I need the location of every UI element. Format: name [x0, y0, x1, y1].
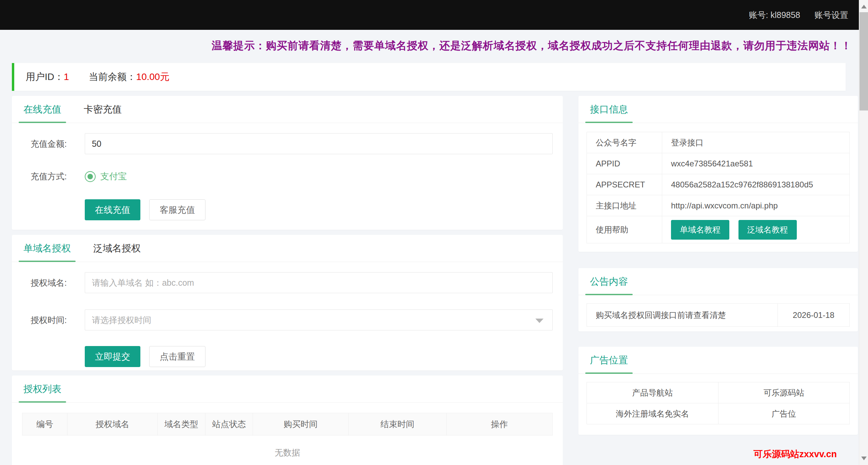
api-row-label: 主接口地址 — [587, 195, 662, 216]
tab-api-info: 接口信息 — [589, 96, 629, 123]
active-tab-underline — [19, 261, 76, 262]
auth-list-table: 编号 授权域名 域名类型 站点状态 购买时间 结束时间 操作 — [22, 413, 553, 436]
empty-table-text: 无数据 — [22, 447, 553, 458]
auth-time-label: 授权时间: — [31, 315, 85, 326]
active-tab-underline — [585, 372, 633, 374]
api-row-value: http://api.wxcvcom.cn/api.php — [662, 195, 850, 216]
recharge-amount-input[interactable] — [85, 133, 553, 154]
service-recharge-button[interactable]: 客服充值 — [149, 199, 205, 220]
ad-link[interactable]: 广告位 — [718, 403, 850, 424]
ads-card: 广告位置 产品导航站 可乐源码站 海外注册域名免实名 广告位 — [578, 347, 858, 435]
topbar: 账号: kl89858 账号设置 — [0, 0, 868, 30]
table-row: APPID wxc4e73856421ae581 — [587, 153, 850, 174]
recharge-card: 在线充值 卡密充值 充值金额: 充值方式: 支付宝 — [12, 96, 563, 230]
auth-time-placeholder: 请选择授权时间 — [92, 315, 151, 326]
col-header-id: 编号 — [22, 413, 67, 436]
auth-domain-input[interactable] — [85, 272, 553, 293]
auth-list-header-row: 编号 授权域名 域名类型 站点状态 购买时间 结束时间 操作 — [22, 413, 553, 436]
balance-value: 10.00元 — [136, 70, 170, 83]
table-row: 购买域名授权回调接口前请查看清楚 2026-01-18 — [587, 304, 850, 327]
user-id-label: 用户ID： — [26, 70, 64, 83]
tab-card-recharge[interactable]: 卡密充值 — [82, 96, 123, 123]
ad-link[interactable]: 可乐源码站 — [718, 382, 850, 403]
alipay-radio-label: 支付宝 — [100, 170, 127, 182]
tab-ads: 广告位置 — [589, 347, 629, 373]
auth-domain-label: 授权域名: — [31, 277, 85, 288]
api-info-table: 公众号名字 登录接口 APPID wxc4e73856421ae581 APPS… — [587, 132, 850, 243]
api-row-label: APPSECRET — [587, 174, 662, 195]
table-row: 公众号名字 登录接口 — [587, 132, 850, 153]
online-recharge-button[interactable]: 在线充值 — [85, 199, 140, 220]
tab-single-domain-auth[interactable]: 单域名授权 — [22, 235, 72, 262]
account-label: 账号: kl89858 — [749, 9, 800, 21]
col-header-purchase-time: 购买时间 — [253, 413, 349, 436]
table-row: 海外注册域名免实名 广告位 — [587, 403, 850, 424]
scrollbar-up-arrow-icon[interactable] — [861, 5, 867, 8]
radio-selected-icon — [85, 171, 96, 182]
col-header-site-status: 站点状态 — [205, 413, 253, 436]
notice-date: 2026-01-18 — [778, 304, 850, 327]
chevron-down-icon — [535, 319, 544, 323]
table-row: APPSECRET 48056a2582a152c9762f8869138180… — [587, 174, 850, 195]
help-label: 使用帮助 — [587, 216, 662, 243]
active-tab-underline — [585, 294, 633, 295]
auth-time-select[interactable]: 请选择授权时间 — [85, 309, 553, 330]
notice-card: 公告内容 购买域名授权回调接口前请查看清楚 2026-01-18 — [578, 268, 858, 331]
single-domain-tutorial-button[interactable]: 单域名教程 — [671, 220, 729, 240]
col-header-domain: 授权域名 — [67, 413, 157, 436]
notice-text[interactable]: 购买域名授权回调接口前请查看清楚 — [587, 304, 778, 327]
col-header-end-time: 结束时间 — [348, 413, 446, 436]
api-info-card: 接口信息 公众号名字 登录接口 APPID wxc4e73856421ae581… — [578, 96, 858, 252]
tab-wildcard-domain-auth[interactable]: 泛域名授权 — [92, 235, 142, 262]
ad-link[interactable]: 海外注册域名免实名 — [587, 403, 718, 424]
account-settings-link[interactable]: 账号设置 — [814, 9, 848, 21]
wildcard-domain-tutorial-button[interactable]: 泛域名教程 — [738, 220, 797, 240]
submit-auth-button[interactable]: 立即提交 — [85, 346, 140, 367]
api-row-value: 登录接口 — [662, 132, 850, 153]
warning-banner: 温馨提示：购买前请看清楚，需要单域名授权，还是泛解析域名授权，域名授权成功之后不… — [0, 39, 868, 54]
api-row-value: 48056a2582a152c9762f8869138180d5 — [662, 174, 850, 195]
recharge-method-label: 充值方式: — [31, 171, 85, 182]
user-id-value: 1 — [64, 72, 69, 82]
ads-table: 产品导航站 可乐源码站 海外注册域名免实名 广告位 — [587, 382, 850, 424]
warning-text: 温馨提示：购买前请看清楚，需要单域名授权，还是泛解析域名授权，域名授权成功之后不… — [212, 40, 852, 52]
tab-notice: 公告内容 — [589, 268, 629, 295]
active-tab-underline — [19, 122, 66, 123]
api-row-label: 公众号名字 — [587, 132, 662, 153]
notice-table: 购买域名授权回调接口前请查看清楚 2026-01-18 — [587, 303, 850, 327]
col-header-domain-type: 域名类型 — [157, 413, 205, 436]
scrollbar-down-arrow-icon[interactable] — [861, 457, 867, 460]
reset-auth-button[interactable]: 点击重置 — [149, 346, 205, 367]
ad-link[interactable]: 产品导航站 — [587, 382, 718, 403]
tab-auth-list[interactable]: 授权列表 — [22, 376, 63, 402]
recharge-amount-label: 充值金额: — [31, 138, 85, 149]
page-scrollbar[interactable] — [859, 0, 868, 465]
authorization-card: 单域名授权 泛域名授权 授权域名: 授权时间: 请选择授权时间 — [12, 235, 563, 370]
table-row: 使用帮助 单域名教程 泛域名教程 — [587, 216, 850, 243]
tab-online-recharge[interactable]: 在线充值 — [22, 96, 63, 123]
active-tab-underline — [19, 401, 66, 403]
table-row: 主接口地址 http://api.wxcvcom.cn/api.php — [587, 195, 850, 216]
scrollbar-thumb[interactable] — [860, 12, 868, 110]
col-header-actions: 操作 — [447, 413, 553, 436]
footer-site-link[interactable]: 可乐源码站zxxvv.cn — [753, 448, 837, 460]
balance-label: 当前余额： — [89, 70, 136, 83]
api-row-label: APPID — [587, 153, 662, 174]
table-row: 产品导航站 可乐源码站 — [587, 382, 850, 403]
user-info-bar: 用户ID： 1 当前余额： 10.00元 — [12, 63, 846, 91]
alipay-radio[interactable]: 支付宝 — [85, 170, 127, 182]
api-row-value: wxc4e73856421ae581 — [662, 153, 850, 174]
active-tab-underline — [585, 122, 633, 123]
auth-list-card: 授权列表 编号 授权域名 域名类型 站点状态 购买 — [12, 376, 563, 465]
